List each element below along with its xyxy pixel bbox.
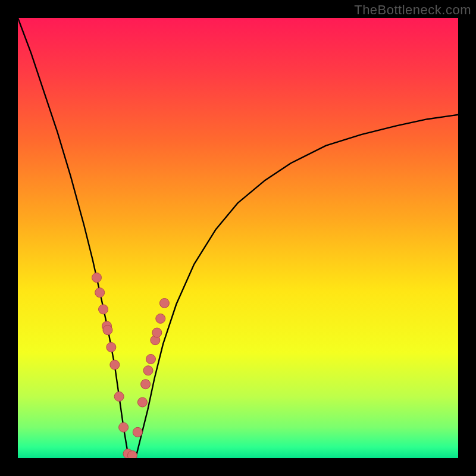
highlight-marker	[152, 328, 162, 337]
bottleneck-curve	[18, 18, 458, 456]
highlight-marker	[95, 288, 105, 298]
curve-layer	[18, 18, 458, 458]
highlight-marker	[114, 392, 124, 401]
highlight-marker	[119, 422, 129, 432]
highlight-marker	[137, 397, 147, 407]
highlight-marker	[127, 451, 137, 458]
highlight-marker	[146, 355, 155, 364]
highlight-marker	[103, 325, 112, 335]
highlight-marker	[143, 366, 153, 375]
chart-frame: TheBottleneck.com	[0, 0, 476, 476]
highlight-marker	[156, 314, 165, 323]
highlight-marker	[133, 427, 142, 437]
highlight-marker	[110, 360, 120, 369]
highlight-marker	[107, 343, 116, 352]
watermark-label: TheBottleneck.com	[354, 2, 471, 18]
highlight-marker	[159, 299, 169, 308]
highlight-marker	[99, 305, 108, 314]
plot-area	[18, 18, 458, 458]
highlight-marker	[92, 273, 101, 283]
highlight-marker	[141, 380, 151, 389]
